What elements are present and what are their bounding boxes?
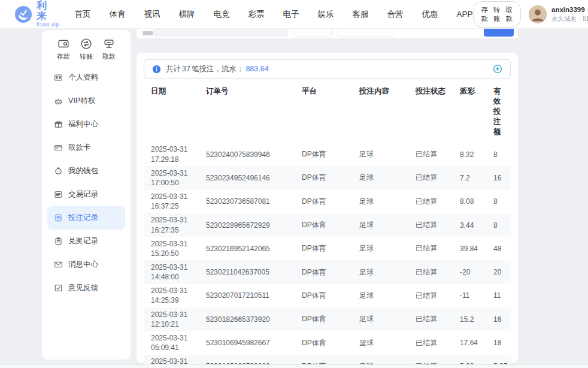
nav-item[interactable]: 彩票 [248,9,265,20]
cell-date: 2025-03-3116:27:35 [151,215,206,234]
transaction-list-icon [54,190,63,199]
sidebar-item[interactable]: 意见反馈 [47,276,125,300]
wallet-action-button[interactable]: 转账 [493,5,501,23]
deposit-icon [57,38,69,50]
cell-order-number: 5230106945982667 [206,339,302,347]
filter-toggle[interactable] [293,29,332,37]
site-logo[interactable]: 利来 ll188.vip [14,1,59,28]
cell-payout: 3.44 [460,221,493,230]
cell-bet-status: 已结算 [416,243,460,254]
main-content: 共计37笔投注，流水：883.64 日期 订单号 平台 投注内容 投注状态 派彩 [137,29,518,363]
cell-valid-amount: 48 [493,245,504,253]
prize-record-icon [54,237,63,246]
cell-bet-content: 足球 [359,220,416,230]
cell-bet-content: 足球 [359,149,416,159]
cell-bet-status: 已结算 [416,149,460,159]
cell-payout: 39.84 [460,245,493,253]
cell-payout: -20 [460,268,493,276]
cell-order-number: 5230228965672929 [206,221,302,230]
nav-item[interactable]: 电子 [283,9,299,20]
cell-order-number: 5230240075839946 [206,150,302,159]
logo-domain: ll188.vip [37,22,59,28]
cell-date: 2025-03-3117:00:50 [151,168,206,188]
cell-bet-content: 篮球 [359,338,416,348]
cell-bet-content: 足球 [359,291,416,301]
cell-platform: DP体育 [302,267,359,277]
sidebar-item[interactable]: 取款卡 [47,136,125,159]
nav-item[interactable]: 体育 [110,9,126,20]
filter-toggle[interactable] [337,29,395,37]
table-row: 2025-03-3117:29:18 5230240075839946 DP体育… [144,143,511,166]
cell-valid-amount: 18 [493,339,504,347]
cell-platform: DP体育 [302,243,359,254]
sidebar-item[interactable]: 投注记录 [47,206,125,230]
cell-date: 2025-03-3114:48:00 [151,263,206,282]
nav-item[interactable]: 首页 [75,9,91,20]
cell-bet-status: 已结算 [416,267,460,277]
summary-bar: 共计37笔投注，流水：883.64 [144,59,511,79]
sidebar-item[interactable]: 消息中心 [47,253,125,276]
table-row: 2025-03-3115:20:50 5230216952142065 DP体育… [144,237,511,260]
nav-item[interactable]: APP [457,10,473,19]
expand-icon[interactable] [493,64,502,74]
cell-valid-amount: 8 [493,150,504,159]
sidebar-item[interactable]: VIP特权 [47,89,125,113]
cell-platform: DP体育 [302,220,359,230]
cell-platform: DP体育 [302,149,359,159]
nav-item[interactable]: 合营 [387,9,404,20]
quick-action[interactable]: 转账 [75,38,97,61]
wallet-action-button[interactable]: 取款 [506,5,513,23]
quick-action[interactable]: 取款 [98,38,120,61]
nav-item[interactable]: 视讯 [144,9,160,20]
nav-item[interactable]: 电竞 [214,9,230,20]
quick-action[interactable]: 存款 [53,38,74,61]
cell-valid-amount: 8 [493,197,504,206]
cell-bet-content: 足球 [359,314,416,324]
wallet-actions: 存款 转账 取款 [473,1,522,28]
cell-order-number: 5230207017210511 [206,291,302,300]
logo-icon [14,5,32,23]
sidebar-item[interactable]: 交易记录 [47,183,125,206]
cell-bet-status: 已结算 [416,173,460,183]
username: anxin3399 [551,5,585,15]
transfer-icon [80,38,92,50]
sidebar-item[interactable]: 福利中心 [47,113,125,136]
nav-item[interactable]: 棋牌 [179,9,195,20]
cell-payout: 17.64 [460,339,493,347]
cell-bet-content: 足球 [359,243,416,254]
cell-payout: -11 [460,291,493,300]
cell-date: 2025-03-3114:25:39 [151,286,206,305]
cell-order-number: 5230234952496146 [206,174,302,182]
permanent-domain: 永久域名：ll188.vip | ll188.... [551,14,588,23]
sidebar-item[interactable]: 我的钱包 [47,159,125,183]
nav-item[interactable]: 客服 [353,9,369,20]
date-range-input[interactable] [153,29,288,37]
message-icon [54,260,63,269]
cell-bet-status: 已结算 [416,291,460,301]
nav-item[interactable]: 娱乐 [318,9,334,20]
table-header: 日期 订单号 平台 投注内容 投注状态 派彩 有效投注额 [144,79,511,143]
logo-title: 利来 [37,1,59,21]
account-sidebar: 存款 转账 取款 个人资料 VIP特权 [42,30,131,360]
quick-actions: 存款 转账 取款 [47,38,125,61]
search-button[interactable] [484,29,514,37]
crown-icon [54,96,63,105]
cell-date: 2025-03-3115:20:50 [151,239,206,258]
cell-platform: DP体育 [302,314,359,324]
cell-bet-content: 足球 [359,267,416,277]
footer-edge [0,364,588,368]
user-info[interactable]: anxin3399 总资产：1363.49元 永久域名：ll188.vip | … [529,5,588,23]
column-header: 投注状态 [416,86,460,137]
main-nav: 首页 体育 视讯 棋牌 电竞 彩票 电子 娱乐 客服 合营 优惠 APP [75,9,473,20]
nav-item[interactable]: 优惠 [422,9,438,20]
sidebar-item[interactable]: 兑奖记录 [47,230,125,253]
table-row: 2025-03-3105:09:41 5230106945982667 DP体育… [144,331,511,354]
wallet-action-button[interactable]: 存款 [481,5,489,23]
bank-card-icon [54,143,63,152]
sidebar-item[interactable]: 个人资料 [47,66,125,89]
table-row: 2025-03-3117:00:50 5230234952496146 DP体育… [144,166,511,189]
info-icon [152,65,161,74]
column-header: 订单号 [206,86,302,137]
cell-date: 2025-03-3112:10:21 [151,310,206,329]
gift-icon [54,120,63,129]
